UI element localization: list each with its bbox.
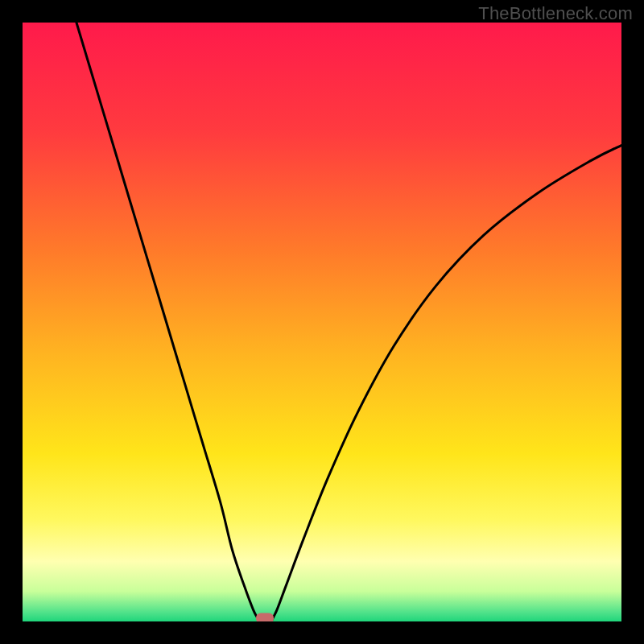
chart-frame: TheBottleneck.com: [0, 0, 644, 644]
chart-svg: [23, 23, 621, 621]
plot-area: [23, 23, 621, 621]
minimum-marker: [256, 613, 274, 621]
gradient-rect: [23, 23, 621, 621]
watermark-text: TheBottleneck.com: [478, 3, 633, 24]
